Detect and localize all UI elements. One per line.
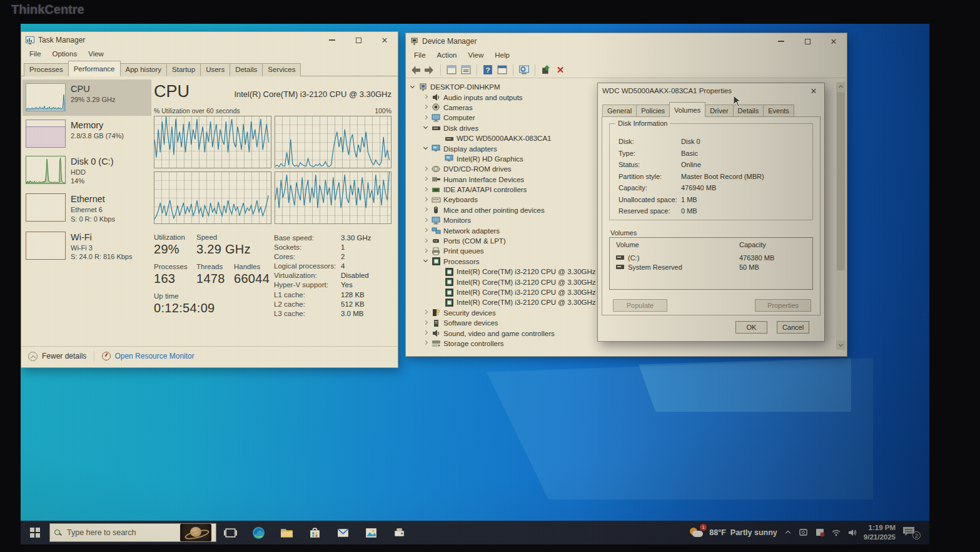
tray-security-icon[interactable] bbox=[815, 528, 825, 537]
taskbar-app-device[interactable] bbox=[385, 521, 413, 544]
taskbar-app-edge[interactable] bbox=[245, 521, 273, 544]
action-center-button[interactable]: 2 bbox=[903, 526, 921, 539]
tree-expand-chevron[interactable] bbox=[423, 104, 430, 111]
tree-expand-chevron[interactable] bbox=[423, 238, 430, 245]
tree-expand-chevron[interactable] bbox=[423, 197, 430, 203]
tray-app-icon[interactable] bbox=[799, 528, 809, 537]
open-resource-monitor-link[interactable]: Open Resource Monitor bbox=[114, 352, 194, 360]
tab-app-history[interactable]: App history bbox=[120, 63, 168, 76]
minimize-button[interactable] bbox=[319, 32, 345, 48]
sidebar-item-disk-0-c-[interactable]: Disk 0 (C:)HDD14% bbox=[23, 152, 151, 190]
cpu-graph-core4[interactable] bbox=[275, 171, 392, 224]
tree-expand-chevron[interactable] bbox=[423, 248, 430, 255]
tree-expand-chevron[interactable] bbox=[423, 340, 430, 347]
taskbar-search-input[interactable]: Type here to search bbox=[49, 523, 216, 542]
wifi-icon[interactable] bbox=[831, 528, 841, 537]
tree-expand-chevron[interactable] bbox=[423, 217, 430, 224]
tree-expand-chevron[interactable] bbox=[423, 115, 430, 121]
tree-expand-chevron[interactable] bbox=[423, 330, 430, 337]
tree-spacer bbox=[436, 299, 443, 306]
tree-expand-chevron[interactable] bbox=[423, 94, 430, 101]
scroll-up-button[interactable] bbox=[836, 82, 846, 91]
tray-expand-chevron[interactable] bbox=[785, 529, 791, 536]
dialog-tab-driver[interactable]: Driver bbox=[705, 105, 733, 117]
tree-expand-chevron[interactable] bbox=[423, 227, 430, 234]
device-manager-titlebar[interactable]: Device Manager ✕ bbox=[406, 33, 847, 49]
dialog-tab-volumes[interactable]: Volumes bbox=[669, 102, 705, 117]
populate-button[interactable]: Populate bbox=[613, 299, 667, 312]
toolbar-uninstall-icon[interactable]: ✕ bbox=[555, 64, 566, 75]
sidebar-item-cpu[interactable]: CPU29% 3.29 GHz bbox=[23, 79, 151, 116]
tab-performance[interactable]: Performance bbox=[68, 61, 121, 76]
task-manager-titlebar[interactable]: Task Manager ✕ bbox=[21, 32, 398, 48]
volume-row[interactable]: (C:)476380 MB bbox=[610, 253, 812, 262]
dialog-tab-policies[interactable]: Policies bbox=[636, 105, 670, 117]
tree-expand-chevron[interactable] bbox=[423, 166, 430, 173]
menu-item-view[interactable]: View bbox=[463, 50, 490, 60]
sidebar-item-memory[interactable]: Memory2.8/3.8 GB (74%) bbox=[23, 116, 151, 152]
close-button[interactable]: ✕ bbox=[803, 83, 824, 98]
tab-details[interactable]: Details bbox=[230, 63, 263, 76]
toolbar-update-driver-icon[interactable] bbox=[540, 64, 552, 75]
taskbar-app-store[interactable] bbox=[301, 521, 329, 544]
taskbar-app-photos[interactable] bbox=[357, 521, 385, 544]
volume-row[interactable]: System Reserved50 MB bbox=[610, 262, 812, 272]
tab-users[interactable]: Users bbox=[200, 63, 230, 76]
tree-expand-chevron[interactable] bbox=[423, 187, 430, 193]
dialog-titlebar[interactable]: WDC WD5000AAKX-083CA1 Properties ✕ bbox=[598, 83, 824, 98]
toolbar-console-icon[interactable] bbox=[446, 64, 457, 75]
close-button[interactable]: ✕ bbox=[821, 33, 847, 49]
tab-startup[interactable]: Startup bbox=[166, 63, 201, 76]
toolbar-window-icon[interactable] bbox=[497, 64, 508, 75]
menu-item-file[interactable]: File bbox=[408, 50, 432, 60]
tree-expand-chevron[interactable] bbox=[423, 309, 430, 316]
toolbar-forward-icon[interactable] bbox=[424, 64, 435, 75]
start-button[interactable] bbox=[21, 521, 49, 544]
properties-button[interactable]: Properties bbox=[755, 299, 811, 312]
tree-collapse-chevron[interactable] bbox=[423, 125, 430, 131]
tree-expand-chevron[interactable] bbox=[423, 176, 430, 183]
maximize-button[interactable] bbox=[794, 33, 821, 49]
scroll-down-button[interactable] bbox=[836, 340, 846, 350]
tab-processes[interactable]: Processes bbox=[24, 63, 69, 76]
minimize-button[interactable] bbox=[768, 33, 794, 49]
menu-item-action[interactable]: Action bbox=[432, 50, 463, 60]
taskbar-app-file-explorer[interactable] bbox=[273, 521, 301, 544]
sidebar-item-wi-fi[interactable]: Wi-FiWi-Fi 3S: 24.0 R: 816 Kbps bbox=[23, 228, 151, 265]
tree-expand-chevron[interactable] bbox=[423, 207, 430, 213]
volumes-list[interactable]: Volume Capacity (C:)476380 MBSystem Rese… bbox=[609, 237, 813, 290]
tab-services[interactable]: Services bbox=[262, 63, 301, 76]
toolbar-properties-icon[interactable] bbox=[460, 64, 472, 75]
ok-button[interactable]: OK bbox=[735, 321, 767, 334]
cpu-graph-core2[interactable] bbox=[275, 116, 392, 168]
toolbar-help-icon[interactable]: ? bbox=[482, 64, 493, 75]
taskbar-app-mail[interactable] bbox=[329, 521, 357, 544]
tree-collapse-chevron[interactable] bbox=[410, 84, 417, 91]
cpu-graph-core1[interactable] bbox=[154, 116, 271, 168]
sidebar-item-ethernet[interactable]: EthernetEthernet 6S: 0 R: 0 Kbps bbox=[23, 190, 151, 227]
sidebar-item-sub: 2.8/3.8 GB (74%) bbox=[71, 131, 124, 140]
weather-widget[interactable]: 1 88°F Partly sunny bbox=[689, 526, 777, 539]
dialog-tab-general[interactable]: General bbox=[602, 105, 637, 117]
menu-item-help[interactable]: Help bbox=[489, 50, 515, 60]
dialog-tab-events[interactable]: Events bbox=[763, 105, 794, 117]
toolbar-scan-icon[interactable] bbox=[518, 64, 530, 75]
device-tree-scrollbar[interactable] bbox=[836, 82, 846, 350]
fewer-details-button[interactable]: Fewer details bbox=[42, 352, 86, 360]
menu-item-file[interactable]: File bbox=[24, 49, 47, 59]
taskbar-app-task-view[interactable] bbox=[216, 521, 245, 544]
volume-icon[interactable] bbox=[847, 528, 857, 537]
close-button[interactable]: ✕ bbox=[371, 32, 398, 48]
tree-collapse-chevron[interactable] bbox=[423, 258, 430, 265]
cpu-graph-core3[interactable] bbox=[154, 171, 271, 224]
maximize-button[interactable] bbox=[345, 32, 371, 48]
scroll-thumb[interactable] bbox=[837, 92, 845, 270]
search-highlight-saturn-icon[interactable] bbox=[180, 524, 211, 541]
taskbar-clock[interactable]: 1:19 PM 9/21/2025 bbox=[864, 523, 896, 542]
menu-item-view[interactable]: View bbox=[83, 49, 109, 59]
menu-item-options[interactable]: Options bbox=[47, 49, 83, 59]
tree-collapse-chevron[interactable] bbox=[423, 145, 430, 152]
toolbar-back-icon[interactable] bbox=[410, 64, 421, 75]
tree-expand-chevron[interactable] bbox=[423, 320, 430, 327]
cancel-button[interactable]: Cancel bbox=[777, 321, 809, 334]
